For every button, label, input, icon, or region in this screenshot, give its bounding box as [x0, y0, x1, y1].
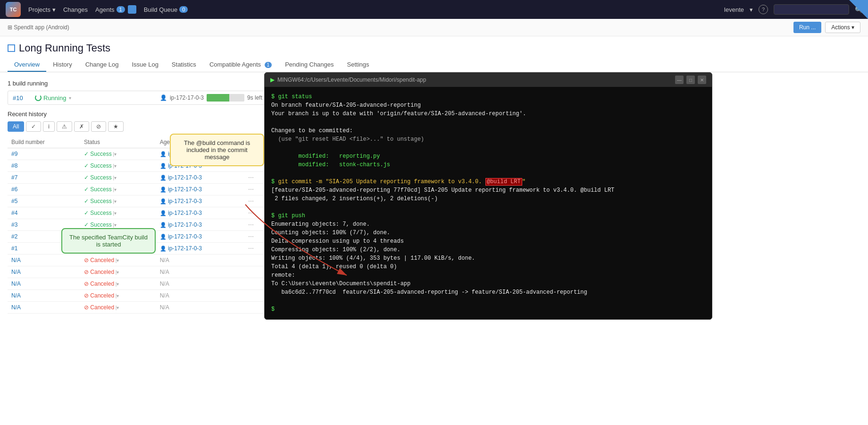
terminal-title: MINGW64:/c/Users/Levente/Documents/Midor… [277, 76, 426, 83]
nav-projects-link[interactable]: Projects [28, 6, 50, 13]
terminal-counting: Counting objects: 100% (7/7), done. [271, 230, 390, 236]
terminal-writing: Writing objects: 100% (4/4), 353 bytes |… [271, 255, 475, 262]
build-num-cell[interactable]: #6 [8, 184, 80, 196]
agent-cell[interactable]: 👤 ip-172-17-0-3 [156, 219, 244, 231]
tab-history[interactable]: History [46, 58, 78, 72]
table-row: N/A⊘ Canceled |▾N/A [8, 278, 281, 290]
nav-agents-link[interactable]: Agents [95, 6, 114, 13]
build-running-header: 1 build running [8, 80, 281, 87]
tab-overview[interactable]: Overview [8, 58, 46, 72]
terminal-final-prompt: $ [271, 306, 275, 313]
status-cell: ✓ Success |▾ [80, 184, 156, 196]
agents-badge: 1 [117, 6, 125, 13]
filter-info[interactable]: i [43, 121, 55, 132]
agent-cell[interactable]: 👤 ip-172-17-0-3 [156, 231, 244, 243]
nav-agents[interactable]: Agents 1 [95, 5, 136, 14]
agent-cell[interactable]: 👤 ip-172-17-0-3 [156, 243, 244, 255]
status-cell: ⊘ Canceled |▾ [80, 278, 156, 290]
breadcrumb[interactable]: ⊞ SpendIt app (Android) [8, 24, 69, 31]
breadcrumb-actions: Run ... Actions ▾ [793, 22, 860, 33]
terminal-line-4: Changes to be committed: [271, 128, 353, 134]
main-content: 1 build running #10 Running ▾ 👤 ip-172-1… [0, 72, 868, 321]
table-row: N/A⊘ Canceled |▾N/A [8, 290, 281, 302]
table-row: #7✓ Success |▾👤 ip-172-17-0-3⋯ [8, 172, 281, 184]
build-num-cell[interactable]: #9 [8, 148, 80, 160]
build-queue-badge: 0 [179, 6, 188, 13]
nav-projects[interactable]: Projects ▾ [28, 6, 56, 13]
filter-failed[interactable]: ✗ [74, 121, 89, 132]
page-title-icon [8, 44, 15, 52]
breadcrumb-bar: ⊞ SpendIt app (Android) Run ... Actions … [0, 19, 868, 36]
run-button[interactable]: Run ... [793, 22, 821, 33]
current-build-num[interactable]: #10 [13, 94, 29, 102]
terminal-commit-cmd: git commit -m "SIA-205 Update reporting … [278, 178, 485, 185]
running-chevron-icon[interactable]: ▾ [69, 95, 71, 101]
terminal-line-3: Your branch is up to date with 'origin/f… [271, 110, 526, 117]
build-num-cell[interactable]: #4 [8, 207, 80, 219]
build-num-cell[interactable]: #5 [8, 196, 80, 207]
terminal-files-changed: 2 files changed, 2 insertions(+), 2 dele… [271, 196, 438, 202]
tab-statistics[interactable]: Statistics [165, 58, 203, 72]
build-num-cell[interactable]: N/A [8, 302, 80, 314]
build-num-cell[interactable]: N/A [8, 290, 80, 302]
agent-cell[interactable]: N/A [156, 290, 244, 302]
tab-compatible-agents[interactable]: Compatible Agents 1 [203, 58, 278, 72]
terminal-line-1: $ git status [271, 94, 312, 100]
terminal-minimize-button[interactable]: — [675, 76, 684, 84]
filter-row: All ✓ i ⚠ ✗ ⊘ ★ [8, 121, 281, 132]
nav-changes[interactable]: Changes [63, 6, 88, 13]
build-num-cell[interactable]: #7 [8, 172, 80, 184]
terminal-icon: ▶ [270, 76, 275, 83]
nav-build-queue-link[interactable]: Build Queue [144, 6, 178, 13]
left-panel: 1 build running #10 Running ▾ 👤 ip-172-1… [8, 80, 281, 314]
tab-issuelog[interactable]: Issue Log [125, 58, 165, 72]
nav-build-queue[interactable]: Build Queue 0 [144, 6, 188, 13]
terminal-total: Total 4 (delta 1), reused 0 (delta 0) [271, 264, 397, 270]
build-num-cell[interactable]: N/A [8, 255, 80, 266]
status-cell: ⊘ Canceled |▾ [80, 290, 156, 302]
progress-bar [207, 94, 229, 102]
agent-cell[interactable]: N/A [156, 278, 244, 290]
build-num-cell[interactable]: #8 [8, 160, 80, 172]
agent-cell[interactable]: 👤 ip-172-17-0-3 [156, 172, 244, 184]
build-num-cell[interactable]: N/A [8, 266, 80, 278]
agent-name[interactable]: ip-172-17-0-3 [170, 94, 204, 101]
filter-warning[interactable]: ⚠ [57, 121, 72, 132]
filter-all[interactable]: All [8, 121, 24, 132]
help-icon[interactable]: ? [759, 5, 768, 14]
terminal-build-highlight: @build LRT [485, 178, 522, 186]
filter-canceled[interactable]: ⊘ [91, 121, 106, 132]
actions-button[interactable]: Actions ▾ [825, 22, 860, 33]
callout-build-command-text: The @build command is included in the co… [184, 139, 250, 161]
agent-cell[interactable]: N/A [156, 255, 244, 266]
user-name[interactable]: levente [724, 6, 744, 13]
callout-build-command: The @build command is included in the co… [170, 134, 264, 166]
agent-cell[interactable]: 👤 ip-172-17-0-3 [156, 196, 244, 207]
search-input[interactable] [774, 4, 849, 15]
agent-cell[interactable]: N/A [156, 302, 244, 314]
user-dropdown-icon: ▾ [750, 6, 753, 13]
filter-starred[interactable]: ★ [108, 121, 124, 132]
filter-success[interactable]: ✓ [26, 121, 41, 132]
agent-cell[interactable]: N/A [156, 266, 244, 278]
status-cell: ✓ Success |▾ [80, 148, 156, 160]
terminal-titlebar: ▶ MINGW64:/c/Users/Levente/Documents/Mid… [265, 73, 712, 87]
tab-pending-changes[interactable]: Pending Changes [278, 58, 340, 72]
logo[interactable]: TC [6, 2, 21, 17]
agent-cell[interactable]: 👤 ip-172-17-0-3 [156, 207, 244, 219]
agent-cell[interactable]: 👤 ip-172-17-0-3 [156, 184, 244, 196]
status-cell: ⊘ Canceled |▾ [80, 266, 156, 278]
terminal-to: To C:\Users\Levente\Documents\spendit-ap… [271, 280, 410, 287]
page-title-text: Long Running Tests [19, 42, 110, 54]
terminal-close-button[interactable]: ✕ [698, 76, 706, 84]
agents-indicator [128, 5, 136, 14]
table-row: #4✓ Success |▾👤 ip-172-17-0-3⋯ [8, 207, 281, 219]
callout-build-started-text: The specified TeamCity build is started [69, 234, 148, 248]
nav-changes-link[interactable]: Changes [63, 6, 88, 13]
callout-build-started: The specified TeamCity build is started [61, 228, 156, 254]
tab-settings[interactable]: Settings [341, 58, 376, 72]
col-status: Status [80, 136, 156, 148]
tab-changelog[interactable]: Change Log [79, 58, 125, 72]
build-num-cell[interactable]: N/A [8, 278, 80, 290]
terminal-maximize-button[interactable]: □ [686, 76, 695, 84]
